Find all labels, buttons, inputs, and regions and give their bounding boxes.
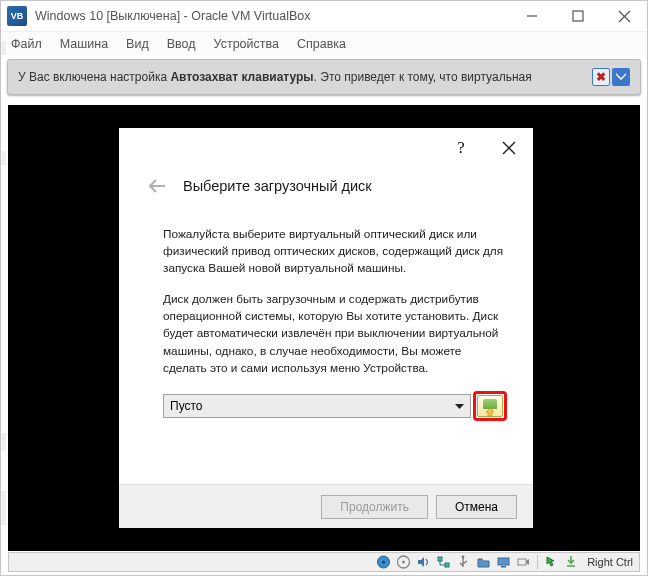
- maximize-button[interactable]: [555, 1, 601, 31]
- dialog-title: Выберите загрузочный диск: [183, 178, 372, 194]
- optical-disk-icon[interactable]: [395, 554, 412, 570]
- window-title: Windows 10 [Выключена] - Oracle VM Virtu…: [35, 9, 509, 23]
- notice-dismiss-icon[interactable]: ✖: [592, 68, 610, 86]
- menu-help[interactable]: Справка: [297, 37, 346, 51]
- vm-status-bar: Right Ctrl: [8, 552, 640, 572]
- audio-icon[interactable]: [415, 554, 432, 570]
- statusbar-separator: [537, 555, 538, 569]
- dialog-paragraph-1: Пожалуйста выберите виртуальный оптическ…: [163, 226, 507, 277]
- shared-folders-icon[interactable]: [475, 554, 492, 570]
- svg-point-9: [402, 561, 405, 564]
- menu-devices[interactable]: Устройства: [214, 37, 279, 51]
- recording-icon[interactable]: [515, 554, 532, 570]
- svg-rect-11: [445, 563, 449, 567]
- host-key-icon[interactable]: [563, 554, 580, 570]
- cancel-button[interactable]: Отмена: [436, 495, 517, 519]
- continue-button[interactable]: Продолжить: [321, 495, 428, 519]
- boot-disk-dialog: ? Выберите загрузочный диск Пожалуйста в…: [119, 128, 533, 528]
- window-titlebar: VB Windows 10 [Выключена] - Oracle VM Vi…: [1, 1, 647, 31]
- svg-rect-13: [498, 558, 509, 565]
- notice-suppress-icon[interactable]: [612, 68, 630, 86]
- svg-point-7: [382, 561, 385, 564]
- dialog-close-button[interactable]: [485, 128, 533, 168]
- menu-bar: Файл Машина Вид Ввод Устройства Справка: [1, 31, 647, 55]
- mouse-integration-icon[interactable]: [543, 554, 560, 570]
- boot-disk-select[interactable]: Пусто: [163, 394, 471, 418]
- keyboard-capture-notice: У Вас включена настройка Автозахват клав…: [7, 59, 641, 95]
- browse-highlight: [473, 391, 507, 421]
- svg-rect-1: [573, 11, 583, 21]
- close-window-button[interactable]: [601, 1, 647, 31]
- minimize-button[interactable]: [509, 1, 555, 31]
- notice-message: У Вас включена настройка Автозахват клав…: [18, 70, 592, 84]
- svg-rect-10: [438, 557, 442, 561]
- svg-rect-14: [501, 566, 506, 568]
- host-key-label: Right Ctrl: [587, 556, 633, 568]
- dialog-help-button[interactable]: ?: [437, 128, 485, 168]
- boot-disk-select-value: Пусто: [170, 399, 203, 413]
- dialog-paragraph-2: Диск должен быть загрузочным и содержать…: [163, 291, 507, 376]
- svg-point-12: [462, 556, 465, 559]
- usb-icon[interactable]: [455, 554, 472, 570]
- network-icon[interactable]: [435, 554, 452, 570]
- display-icon[interactable]: [495, 554, 512, 570]
- virtualbox-icon: VB: [7, 6, 27, 26]
- svg-rect-15: [518, 559, 526, 565]
- dropdown-caret-icon: [455, 399, 464, 413]
- menu-view[interactable]: Вид: [126, 37, 149, 51]
- back-arrow-icon[interactable]: [145, 174, 169, 198]
- menu-file[interactable]: Файл: [11, 37, 42, 51]
- menu-input[interactable]: Ввод: [167, 37, 196, 51]
- menu-machine[interactable]: Машина: [60, 37, 108, 51]
- hard-disk-icon[interactable]: [375, 554, 392, 570]
- browse-disk-button[interactable]: [477, 395, 503, 417]
